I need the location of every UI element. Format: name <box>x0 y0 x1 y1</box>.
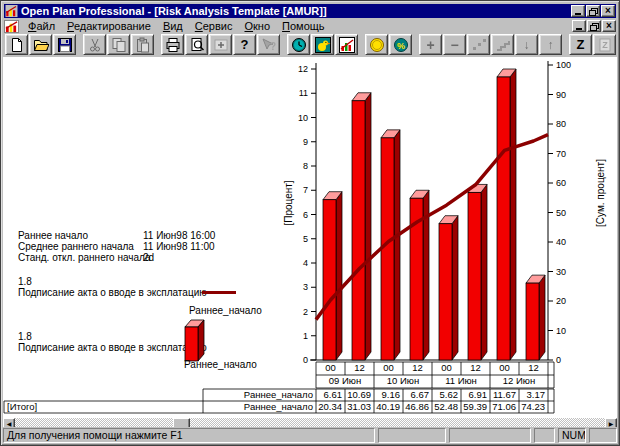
svg-text:[Итого]: [Итого] <box>7 401 37 412</box>
status-panel <box>378 428 446 443</box>
z-page-button: Z <box>593 34 616 55</box>
legend-series-label: Раннее_начало <box>184 360 257 370</box>
minimize-icon <box>575 13 581 15</box>
coin-button[interactable] <box>365 34 388 55</box>
menu-item-4[interactable]: Окно <box>238 19 276 33</box>
svg-text:?: ? <box>270 41 276 52</box>
context-help-icon: ? <box>261 37 277 53</box>
svg-text:00: 00 <box>441 362 452 373</box>
percent-circle-button[interactable]: % <box>389 34 412 55</box>
copy-pages-icon <box>111 37 127 53</box>
clock-icon <box>291 37 307 53</box>
document-chart-icon <box>4 20 19 33</box>
svg-text:[Процент]: [Процент] <box>283 180 294 225</box>
svg-text:Раннее_начало: Раннее_начало <box>244 401 313 412</box>
stairs-icon <box>495 37 511 53</box>
svg-text:10 Июн: 10 Июн <box>387 375 419 386</box>
toolbar-group: ?? <box>161 34 280 55</box>
save-disk-button[interactable] <box>53 34 76 55</box>
svg-text:52.48: 52.48 <box>434 401 458 412</box>
svg-text:00: 00 <box>325 362 336 373</box>
svg-text:10.69: 10.69 <box>347 389 371 400</box>
child-close-button[interactable]: × <box>602 20 616 32</box>
legend-activity-code: 1.8 <box>18 332 32 342</box>
svg-text:71.06: 71.06 <box>492 401 516 412</box>
open-folder-button[interactable] <box>29 34 52 55</box>
cut-scissors-button <box>83 34 106 55</box>
svg-text:12: 12 <box>412 362 423 373</box>
open-folder-icon <box>33 37 49 53</box>
window-title: Open Plan Professional - [Risk Analysis … <box>21 5 571 17</box>
menu-item-1[interactable]: Редактирование <box>61 19 157 33</box>
svg-text:31.03: 31.03 <box>347 401 371 412</box>
duck-button[interactable] <box>311 34 334 55</box>
risk-chart-button[interactable] <box>335 34 358 55</box>
svg-text:59.39: 59.39 <box>463 401 487 412</box>
print-icon <box>165 37 181 53</box>
svg-text:2: 2 <box>303 307 308 317</box>
svg-text:8: 8 <box>303 161 308 171</box>
svg-text:46.86: 46.86 <box>405 401 429 412</box>
new-document-button[interactable] <box>5 34 28 55</box>
duck-icon <box>315 37 331 53</box>
svg-text:10: 10 <box>556 326 566 336</box>
info-value: 11 Июн98 16:00 <box>143 230 215 241</box>
menu-item-5[interactable]: Помощь <box>276 19 331 33</box>
close-button[interactable]: × <box>601 5 615 17</box>
svg-text:90: 90 <box>556 90 566 100</box>
status-panel <box>534 428 555 443</box>
coin-icon <box>369 37 385 53</box>
arrow-up-button: ↑ <box>539 34 562 55</box>
clock-button[interactable] <box>287 34 310 55</box>
svg-text:9: 9 <box>303 137 308 147</box>
title-bar: Open Plan Professional - [Risk Analysis … <box>4 4 616 18</box>
svg-text:%: % <box>396 40 404 50</box>
plus-grid-icon <box>213 37 229 53</box>
svg-text:50: 50 <box>556 208 566 218</box>
svg-text:10: 10 <box>298 113 308 123</box>
svg-text:Раннее_начало: Раннее_начало <box>244 389 313 400</box>
svg-text:9.16: 9.16 <box>382 389 401 400</box>
print-button[interactable] <box>161 34 184 55</box>
z-sort-button[interactable]: Z <box>569 34 592 55</box>
svg-text:11 Июн: 11 Июн <box>445 375 477 386</box>
svg-text:Z: Z <box>602 40 608 50</box>
status-panel <box>449 428 531 443</box>
help-question-button[interactable]: ? <box>233 34 256 55</box>
print-preview-button[interactable] <box>185 34 208 55</box>
restore-button[interactable] <box>586 5 600 17</box>
chart-area: 01234567891011120102030405060708090100[П… <box>3 57 617 418</box>
svg-text:6.61: 6.61 <box>324 389 343 400</box>
svg-text:11.67: 11.67 <box>493 389 516 400</box>
paste-clipboard-icon <box>135 37 151 53</box>
menu-item-3[interactable]: Сервис <box>189 19 239 33</box>
menu-item-2[interactable]: Вид <box>157 19 189 33</box>
bars-series <box>323 69 545 360</box>
context-help-button: ? <box>257 34 280 55</box>
minimize-icon <box>576 28 582 30</box>
svg-text:6.91: 6.91 <box>469 389 488 400</box>
svg-text:00: 00 <box>499 362 510 373</box>
svg-text:4: 4 <box>303 258 308 268</box>
minimize-button[interactable] <box>571 5 585 17</box>
toolbar-group: % <box>365 34 412 55</box>
svg-text:12: 12 <box>298 64 308 74</box>
menu-item-0[interactable]: Файл <box>22 19 61 33</box>
stairs-button <box>491 34 514 55</box>
info-row: Раннее начало11 Июн98 16:00 <box>18 230 215 241</box>
toolbar-group: ZZ <box>569 34 616 55</box>
z-sort-icon: Z <box>573 37 589 53</box>
plus-button: + <box>419 34 442 55</box>
svg-text:100: 100 <box>556 60 571 70</box>
plus-grid-button <box>209 34 232 55</box>
child-restore-button[interactable] <box>587 20 601 32</box>
info-row: Станд. откл. раннего начала2d <box>18 252 215 263</box>
svg-text:74.23: 74.23 <box>521 401 545 412</box>
legend-line-swatch <box>202 291 236 294</box>
restore-icon <box>590 23 598 30</box>
help-question-icon: ? <box>237 37 253 53</box>
legend-activity-desc: Подписание акта о вводе в эксплатацию <box>18 343 207 353</box>
arrow-down-button: ↓ <box>515 34 538 55</box>
child-minimize-button[interactable] <box>572 20 586 32</box>
svg-text:[Сум. процент]: [Сум. процент] <box>595 159 606 227</box>
